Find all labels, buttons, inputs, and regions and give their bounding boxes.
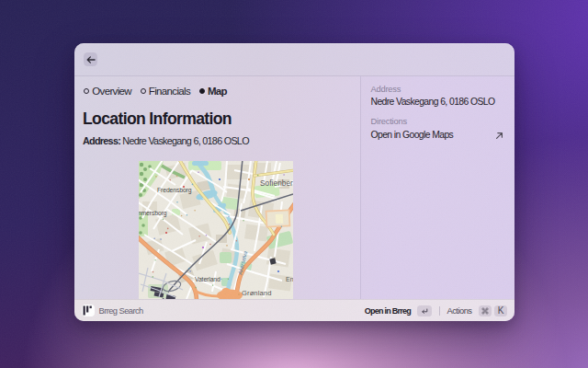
svg-text:Grønland: Grønland bbox=[242, 289, 271, 297]
svg-text:Fredensborg: Fredensborg bbox=[157, 187, 192, 194]
svg-text:Sofienber: Sofienber bbox=[260, 179, 293, 188]
svg-text:mmersborg: mmersborg bbox=[139, 210, 167, 217]
svg-text:En: En bbox=[286, 276, 293, 282]
svg-text:Vaterland: Vaterland bbox=[195, 276, 220, 282]
